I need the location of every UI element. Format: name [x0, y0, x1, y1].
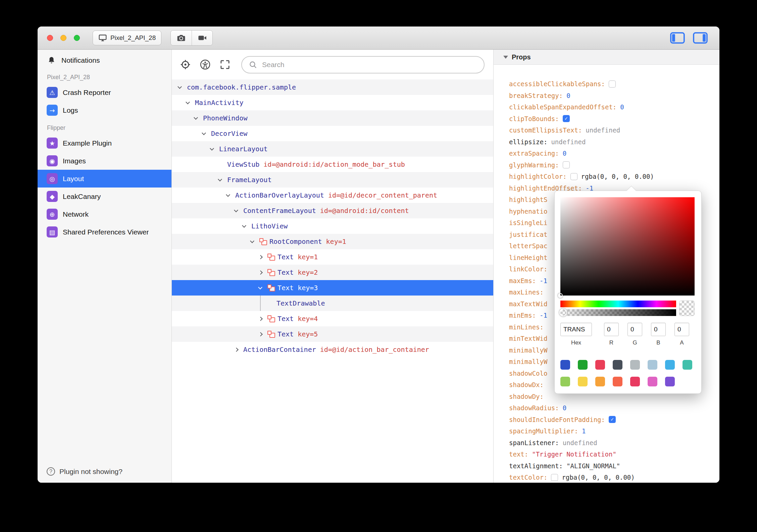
- prop-key: textAlignment:: [509, 462, 563, 470]
- prop-checkbox[interactable]: [609, 81, 616, 88]
- inspector-toolbar: [172, 50, 493, 79]
- tree-guide-line: [259, 296, 267, 311]
- tree-expander-expanded-icon[interactable]: [226, 188, 235, 203]
- tree-expander-expanded-icon[interactable]: [194, 110, 203, 126]
- tree-row-text-key-3[interactable]: Textkey=3: [172, 280, 493, 296]
- accessibility-mode-button[interactable]: [200, 59, 211, 70]
- prop-key: lineHeight: [509, 254, 547, 261]
- tree-row-textdrawable[interactable]: TextDrawable: [172, 296, 493, 311]
- preset-color-swatch[interactable]: [665, 377, 675, 386]
- sidebar-item-example-plugin[interactable]: ★Example Plugin: [38, 134, 171, 152]
- tree-expander-collapsed-icon[interactable]: [259, 326, 267, 342]
- tree-expander-expanded-icon[interactable]: [235, 203, 243, 218]
- close-window-button[interactable]: [47, 35, 53, 41]
- prop-checkbox[interactable]: ✓: [563, 115, 570, 122]
- tree-expander-expanded-icon[interactable]: [186, 95, 195, 110]
- preset-color-swatch[interactable]: [613, 377, 622, 386]
- hex-input[interactable]: [560, 323, 592, 336]
- tree-expander-expanded-icon[interactable]: [210, 141, 219, 157]
- tree-row-rootcomponent-key-1[interactable]: RootComponentkey=1: [172, 234, 493, 249]
- sidebar-item-crash-reporter[interactable]: ⚠Crash Reporter: [38, 84, 171, 101]
- tree-row-phonewindow[interactable]: PhoneWindow: [172, 110, 493, 126]
- tree-expander-expanded-icon[interactable]: [243, 218, 251, 234]
- expand-tree-button[interactable]: [219, 59, 231, 70]
- toggle-right-sidebar-button[interactable]: [693, 32, 708, 44]
- tree-expander-expanded-icon[interactable]: [251, 234, 259, 249]
- preset-color-swatch[interactable]: [630, 377, 640, 386]
- preset-color-swatch[interactable]: [648, 377, 657, 386]
- prop-checkbox[interactable]: [551, 474, 558, 481]
- preset-color-swatch[interactable]: [613, 360, 622, 370]
- tree-expander-expanded-icon[interactable]: [178, 79, 187, 95]
- tree-row-lithoview[interactable]: LithoView: [172, 218, 493, 234]
- hue-slider[interactable]: [560, 301, 676, 307]
- tree-row-framelayout[interactable]: FrameLayout: [172, 172, 493, 188]
- minimize-window-button[interactable]: [60, 35, 66, 41]
- preset-color-swatch[interactable]: [578, 377, 588, 386]
- tree-row-text-key-2[interactable]: Textkey=2: [172, 265, 493, 280]
- tree-row-viewstub-id-android-id-action-mode-bar-stub[interactable]: ViewStubid=@android:id/action_mode_bar_s…: [172, 157, 493, 172]
- tree-row-linearlayout[interactable]: LinearLayout: [172, 141, 493, 157]
- plugin-not-showing-link[interactable]: ? Plugin not showing?: [47, 467, 122, 476]
- prop-row-breakstrategy: breakStrategy:0: [509, 90, 714, 102]
- prop-checkbox[interactable]: [570, 173, 577, 180]
- tree-row-decorview[interactable]: DecorView: [172, 126, 493, 141]
- prop-checkbox[interactable]: [563, 161, 570, 168]
- alpha-cursor[interactable]: [559, 309, 567, 316]
- tree-row-text-key-1[interactable]: Textkey=1: [172, 249, 493, 265]
- preset-color-swatch[interactable]: [595, 377, 605, 386]
- alpha-slider[interactable]: [560, 309, 676, 316]
- preset-color-swatch[interactable]: [560, 360, 570, 370]
- prop-value: rgba(0, 0, 0, 0.00): [562, 474, 635, 481]
- toggle-left-sidebar-button[interactable]: [670, 32, 685, 44]
- tree-row-actionbarcontainer-id-id-action-bar-container[interactable]: ActionBarContainerid=@id/action_bar_cont…: [172, 342, 493, 357]
- preset-color-swatch[interactable]: [665, 360, 675, 370]
- screen-record-button[interactable]: [192, 31, 212, 45]
- sidebar-item-shared-preferences-viewer[interactable]: ▤Shared Preferences Viewer: [38, 223, 171, 241]
- tree-expander-collapsed-icon[interactable]: [259, 311, 267, 326]
- component-icon: [267, 284, 275, 291]
- blue-input[interactable]: [651, 323, 666, 336]
- screenshot-button[interactable]: [171, 31, 192, 45]
- sidebar-item-layout[interactable]: ◎Layout: [38, 170, 171, 188]
- prop-row-shouldincludefontpadding: shouldIncludeFontPadding:✓: [509, 414, 714, 426]
- preset-color-swatch[interactable]: [560, 377, 570, 386]
- sidebar-item-network[interactable]: ⊕Network: [38, 205, 171, 223]
- tree-row-text-key-5[interactable]: Textkey=5: [172, 326, 493, 342]
- tree-expander-expanded-icon[interactable]: [218, 172, 227, 188]
- tree-row-contentframelayout-id-android-id-content[interactable]: ContentFrameLayoutid=@android:id/content: [172, 203, 493, 218]
- search-input[interactable]: [261, 60, 477, 69]
- tree-expander-collapsed-icon[interactable]: [259, 249, 267, 265]
- preset-color-swatch[interactable]: [578, 360, 588, 370]
- tree-expander-expanded-icon[interactable]: [259, 280, 267, 296]
- prop-checkbox[interactable]: ✓: [609, 416, 616, 423]
- tree-row-text-key-4[interactable]: Textkey=4: [172, 311, 493, 326]
- tree-row-mainactivity[interactable]: MainActivity: [172, 95, 493, 110]
- node-attribute: id=@id/action_bar_container: [320, 345, 429, 354]
- saturation-value-area[interactable]: [560, 197, 695, 296]
- props-section-header[interactable]: Props: [494, 50, 719, 65]
- preset-color-swatch[interactable]: [683, 360, 692, 370]
- preset-color-swatch[interactable]: [648, 360, 657, 370]
- prop-row-customellipsistext: customEllipsisText:undefined: [509, 124, 714, 136]
- zoom-window-button[interactable]: [74, 35, 80, 41]
- red-input[interactable]: [604, 323, 619, 336]
- tree-expander-collapsed-icon[interactable]: [259, 265, 267, 280]
- tree-expander-expanded-icon[interactable]: [202, 126, 211, 141]
- tree-row-com-facebook-flipper-sample[interactable]: com.facebook.flipper.sample: [172, 79, 493, 95]
- green-input[interactable]: [627, 323, 642, 336]
- alpha-gradient: [560, 309, 676, 316]
- target-mode-button[interactable]: [180, 59, 191, 70]
- sidebar-item-notifications[interactable]: Notifications: [38, 52, 171, 68]
- preset-color-swatch[interactable]: [595, 360, 605, 370]
- device-selector-button[interactable]: Pixel_2_API_28: [93, 31, 161, 45]
- tree-expander-collapsed-icon[interactable]: [235, 342, 243, 357]
- prop-row-shadowradius: shadowRadius:0: [509, 402, 714, 414]
- saturation-cursor[interactable]: [558, 293, 563, 298]
- sidebar-item-images[interactable]: ◉Images: [38, 152, 171, 170]
- tree-row-actionbaroverlaylayout-id-id-decor-content-parent[interactable]: ActionBarOverlayLayoutid=@id/decor_conte…: [172, 188, 493, 203]
- preset-color-swatch[interactable]: [630, 360, 640, 370]
- alpha-input[interactable]: [674, 323, 689, 336]
- sidebar-item-logs[interactable]: →Logs: [38, 101, 171, 119]
- sidebar-item-leakcanary[interactable]: ◆LeakCanary: [38, 188, 171, 205]
